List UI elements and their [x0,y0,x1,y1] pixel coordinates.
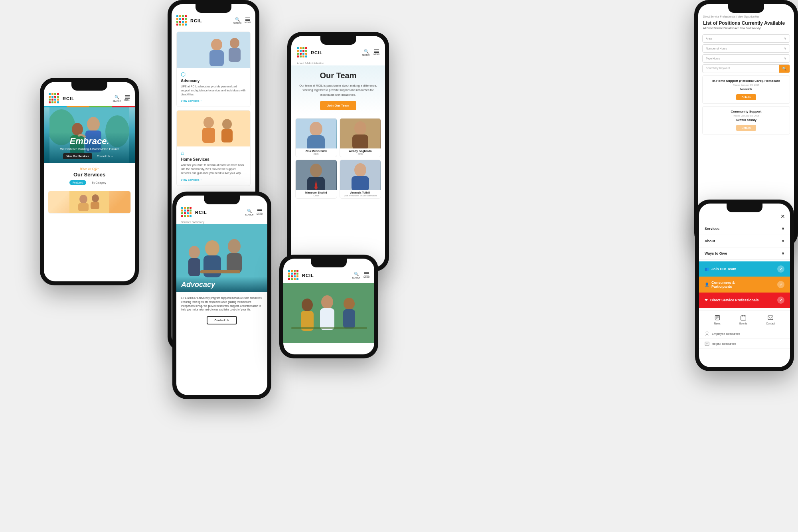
svg-rect-39 [227,253,242,273]
rcil-grid-p4 [181,207,192,218]
job-card-2: Community Support Posted January 03, 202… [702,106,790,134]
brand-name-p2: RCIL [190,18,202,23]
rcil-grid-p3 [297,47,308,58]
join-team-check-icon: ✓ [777,265,784,273]
advocacy-svg [177,32,250,68]
zvia-name: Zvia McCormick [296,148,337,153]
area-filter[interactable]: Area ∨ [702,34,790,43]
wendy-name: Wendy Gagliardo [340,148,381,153]
advocacy-card: ⬡ Advocacy LIFE at RCIL advocates provid… [176,32,251,107]
contact-us-link[interactable]: Contact Us → [95,153,115,159]
search-nav[interactable]: 🔍 SEARCH [113,95,121,102]
join-team-nav-label: Join Our Team [711,267,736,271]
view-services-link[interactable]: View Services → [181,99,203,102]
nav-item-ways-to-give[interactable]: Ways to Give ∨ [699,247,790,260]
consumers-nav-button[interactable]: 👤 Consumers &Participants ✓ [699,277,790,293]
svg-rect-49 [343,309,355,328]
area-filter-label: Area [706,37,712,40]
notch-p6 [728,4,764,13]
contact-nav-item[interactable]: Contact [766,314,775,325]
search-button[interactable]: 🔍 [779,65,790,73]
news-nav-item[interactable]: News [714,314,721,325]
svg-rect-37 [203,255,221,277]
svg-point-3 [87,117,100,131]
team-grid: Zvia McCormick CEO Wendy Gagliardo CFO [291,114,385,203]
team-photo-amanda [340,160,381,190]
contact-label: Contact [766,322,775,325]
notch-p3 [320,36,356,45]
search-nav-p5[interactable]: 🔍 SEARCH [352,272,360,279]
mansoor-name: Mansoor Shahid [296,190,337,194]
menu-nav-p2[interactable]: MENU [245,18,251,24]
job2-details-button[interactable]: Details [736,125,757,131]
hero-subtitle: We Embrace Building A Barrier-Free Futur… [48,147,131,151]
type-hours-label: Type Hours [706,57,720,60]
wendy-svg [340,119,380,148]
nav-ways-label: Ways to Give [705,251,727,255]
mansoor-role: COO [296,194,337,198]
services-tabs: Featured By Category [49,180,130,185]
view-services-button[interactable]: View Our Services [63,153,92,159]
direct-service-nav-label: Direct Service Professionals [710,298,759,302]
close-button[interactable]: ✕ [780,213,785,220]
rcil-logo-p2: RCIL [176,15,202,26]
direct-service-nav-button[interactable]: ❤ Direct Service Professionals ✓ [699,293,790,308]
tab-category[interactable]: By Category [89,180,109,185]
tab-featured[interactable]: Featured [69,180,86,185]
svg-point-48 [344,298,355,310]
menu-nav-p5[interactable]: MENU [363,272,369,279]
nav-item-about[interactable]: About ∨ [699,235,790,247]
svg-point-26 [354,121,366,135]
events-label: Events [739,322,747,325]
home-services-card-image [177,111,250,146]
search-nav-p3[interactable]: 🔍 SEARCH [362,49,370,56]
phone-bottom: RCIL 🔍 SEARCH MENU [279,255,378,358]
svg-point-36 [205,240,219,256]
search-nav-p2[interactable]: 🔍 SEARCH [233,17,241,24]
nav-item-services[interactable]: Services ∨ [699,223,790,235]
employee-resources-item[interactable]: Employee Resources [699,329,790,339]
rcil-grid-p5 [288,270,299,281]
service-card-preview [48,191,131,214]
job2-date: Posted January 03, 2025 [707,115,786,117]
type-hours-filter[interactable]: Type Hours ∨ [702,54,790,63]
menu-nav-p4[interactable]: MENU [257,209,263,216]
advocacy-hero-title: Advocacy [181,281,263,289]
advocacy-text: LIFE at RCIL advocates provide personali… [181,85,246,96]
svg-point-10 [92,194,99,202]
helpful-resources-item[interactable]: Helpful Resources [699,339,790,349]
svg-rect-50 [291,327,367,329]
amanda-role: Vice President of Self Direction [340,194,381,198]
footer-icons: News Events Contact [699,310,790,329]
search-nav-p4[interactable]: 🔍 SEARCH [245,209,253,216]
nav-about-chevron: ∨ [782,239,784,243]
contact-us-button[interactable]: Contact Us [207,316,237,324]
job1-date: Posted January 09, 2025 [707,84,786,86]
svg-rect-61 [705,342,709,346]
home-view-services-link[interactable]: View Services → [181,178,203,181]
rcil-logo: RCIL [49,93,75,104]
team-card-zvia: Zvia McCormick CEO [295,118,337,157]
menu-nav[interactable]: MENU [124,95,130,102]
team-hero: Our Team Our team at RCIL is passionate … [291,65,385,114]
notch-p4 [204,196,240,204]
hours-filter-label: Number of Hours [706,47,727,50]
menu-nav-p3[interactable]: MENU [373,49,379,56]
svg-rect-27 [352,134,368,148]
job1-details-button[interactable]: Details [736,94,757,100]
team-title: Our Team [299,71,377,80]
join-team-nav-button[interactable]: 👥 Join Our Team ✓ [699,261,790,277]
svg-point-60 [706,332,708,334]
join-team-button[interactable]: Join Our Team [320,101,356,110]
consumers-icon: 👤 [705,283,709,287]
svg-rect-34 [352,176,369,190]
rcil-grid-p2 [176,15,187,26]
amanda-name: Amanda Tuthill [340,190,381,194]
zvia-svg [296,119,336,148]
keyword-input[interactable]: Search by Keyword [703,65,779,73]
hours-filter[interactable]: Number of Hours ∨ [702,44,790,53]
notch-p7 [727,204,762,212]
events-nav-item[interactable]: Events [739,314,747,325]
phone-advocacy-page: RCIL 🔍 SEARCH MENU Services / Advocacy [172,192,271,399]
keyword-search[interactable]: Search by Keyword 🔍 [702,64,790,73]
